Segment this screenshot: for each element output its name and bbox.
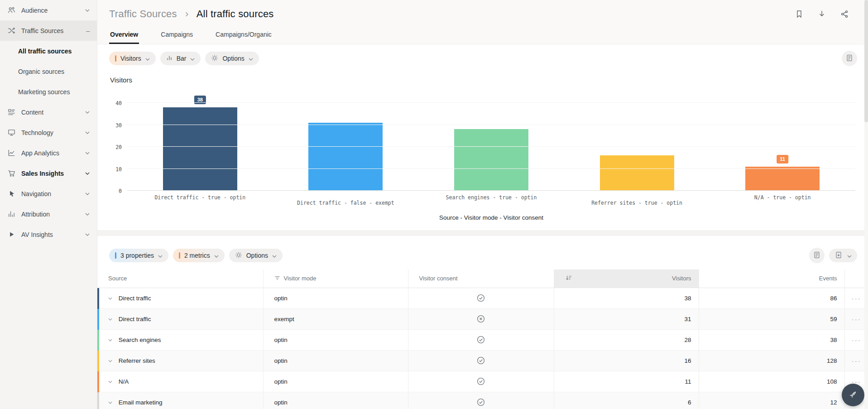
chart-title: Visitors xyxy=(110,76,855,84)
events-cell: 108 xyxy=(699,371,844,392)
table-row-search-engines-optin[interactable]: Search engines optin 28 38 ··· xyxy=(97,329,868,350)
sidebar-item-technology[interactable]: Technology xyxy=(0,122,97,143)
download-button[interactable] xyxy=(816,9,827,20)
column-header-visitors[interactable]: Visitors xyxy=(554,269,699,288)
chevron-down-icon xyxy=(85,131,90,134)
expand-row-chevron-icon[interactable] xyxy=(108,297,112,300)
events-cell: 59 xyxy=(699,308,844,329)
chart-section: Visitors 010203040 38 11 Direct traffic … xyxy=(97,66,868,221)
vertical-scrollbar[interactable] xyxy=(864,0,868,409)
table-export-button[interactable] xyxy=(829,249,857,262)
sidebar-item-organic-sources[interactable]: Organic sources xyxy=(0,61,97,82)
column-header-events[interactable]: Events xyxy=(699,269,844,288)
section-divider xyxy=(97,230,868,236)
table-row-referrer-sites-optin[interactable]: Referrer sites optin 16 128 ··· xyxy=(97,350,868,371)
visitor-mode-cell: optin xyxy=(263,350,408,371)
events-cell: 86 xyxy=(699,288,844,308)
y-tick-label: 40 xyxy=(115,100,122,106)
table-row-email-marketing-optin[interactable]: Email marketing optin 6 12 ··· xyxy=(97,392,868,409)
chevron-down-icon xyxy=(214,252,219,259)
sidebar-item-traffic-sources[interactable]: Traffic Sources – xyxy=(0,20,97,41)
table-controls: 3 properties 2 metrics Options xyxy=(97,241,868,263)
x-axis-label: Search engines - true - optin xyxy=(418,194,564,201)
chevron-down-icon xyxy=(85,152,90,154)
sidebar-item-marketing-sources[interactable]: Marketing sources xyxy=(0,82,97,102)
sidebar-item-attribution[interactable]: Attribution xyxy=(0,204,97,224)
table-options-button[interactable]: Options xyxy=(229,249,283,262)
expand-row-chevron-icon[interactable] xyxy=(108,380,112,383)
sidebar-item-navigation[interactable]: Navigation xyxy=(0,183,97,204)
table-section: 3 properties 2 metrics Options xyxy=(97,236,868,409)
scrollbar-thumb[interactable] xyxy=(864,0,868,122)
table-report-button[interactable] xyxy=(809,248,825,263)
visitor-mode-cell: optin xyxy=(263,371,408,392)
sidebar: Audience Traffic Sources – All traffic s… xyxy=(0,0,97,409)
chart-bar-search-engines-true-optin[interactable] xyxy=(454,129,528,191)
properties-label: 3 properties xyxy=(120,252,154,259)
visitors-cell: 16 xyxy=(554,350,699,371)
assistant-rocket-button[interactable] xyxy=(842,384,864,406)
source-cell: Email marketing xyxy=(119,399,163,406)
filter-icon xyxy=(274,275,280,282)
sidebar-item-audience[interactable]: Audience xyxy=(0,0,97,20)
chart-bar-direct-traffic-false-exempt[interactable] xyxy=(308,123,383,191)
table-row-direct-traffic-optin[interactable]: Direct traffic optin 38 86 ··· xyxy=(97,288,868,308)
metric-select[interactable]: Visitors xyxy=(109,52,156,65)
bar-chart-type-icon xyxy=(166,55,173,63)
tab-campaigns-organic[interactable]: Campaigns/Organic xyxy=(215,31,273,44)
rocket-icon xyxy=(848,390,858,401)
table-row-direct-traffic-exempt[interactable]: Direct traffic exempt 31 59 ··· xyxy=(97,308,868,329)
y-tick-label: 20 xyxy=(115,144,122,150)
chart-options-button[interactable]: Options xyxy=(205,52,259,65)
chevron-down-icon xyxy=(85,111,90,114)
sidebar-item-sales-insights[interactable]: Sales Insights xyxy=(0,163,97,183)
report-icon xyxy=(845,54,854,63)
source-cell: Referrer sites xyxy=(119,357,155,364)
share-icon xyxy=(840,10,849,20)
expand-row-chevron-icon[interactable] xyxy=(108,318,112,321)
visitors-cell: 28 xyxy=(554,329,699,350)
chevron-down-icon xyxy=(85,213,90,216)
column-header-visitor-consent[interactable]: Visitor consent xyxy=(408,269,554,288)
x-axis-label: Direct traffic - true - optin xyxy=(127,194,273,201)
breadcrumb-parent[interactable]: Traffic Sources xyxy=(109,8,177,19)
expand-row-chevron-icon[interactable] xyxy=(108,401,112,404)
tab-campaigns[interactable]: Campaigns xyxy=(160,31,194,44)
page-header: Traffic Sources › All traffic sources Ov… xyxy=(97,0,868,44)
traffic-icon xyxy=(7,26,16,35)
download-file-icon xyxy=(834,251,843,260)
y-tick-label: 0 xyxy=(119,188,122,194)
chart-controls: Visitors Bar Options xyxy=(97,44,868,66)
sidebar-item-av-insights[interactable]: AV Insights xyxy=(0,224,97,245)
sidebar-item-all-traffic-sources[interactable]: All traffic sources xyxy=(0,41,97,61)
metric-select-label: Visitors xyxy=(120,55,141,62)
events-cell: 12 xyxy=(699,392,844,409)
bookmark-button[interactable] xyxy=(794,9,805,20)
expand-row-chevron-icon[interactable] xyxy=(108,339,112,342)
sidebar-item-content[interactable]: Content xyxy=(0,102,97,122)
chart-report-button[interactable] xyxy=(842,51,857,66)
column-header-source[interactable]: Source xyxy=(97,269,263,288)
visitor-mode-cell: optin xyxy=(263,329,408,350)
gridline xyxy=(127,125,855,125)
sidebar-item-app-analytics[interactable]: App Analytics xyxy=(0,143,97,163)
expand-row-chevron-icon[interactable] xyxy=(108,360,112,362)
chart-type-select[interactable]: Bar xyxy=(160,52,201,65)
chart-bar-direct-traffic-true-optin[interactable]: 38 xyxy=(163,107,237,191)
properties-select[interactable]: 3 properties xyxy=(109,249,168,262)
gridline xyxy=(127,102,855,103)
x-axis-label: N/A - true - optin xyxy=(710,194,855,201)
table-row-n-a-optin[interactable]: N/A optin 11 108 ··· xyxy=(97,371,868,392)
source-cell: Direct traffic xyxy=(119,295,151,302)
share-button[interactable] xyxy=(839,9,850,20)
chart-bar-n-a-true-optin[interactable]: 11 xyxy=(745,167,820,191)
gridline xyxy=(127,168,855,169)
chart-bar-referrer-sites-true-optin[interactable] xyxy=(600,155,674,191)
tab-overview[interactable]: Overview xyxy=(109,31,139,44)
cursor-icon xyxy=(7,189,16,198)
breadcrumb-separator-icon: › xyxy=(185,8,189,19)
metrics-select[interactable]: 2 metrics xyxy=(173,249,225,262)
column-header-visitor-mode[interactable]: Visitor mode xyxy=(263,269,408,288)
row-color-strip xyxy=(97,351,99,371)
bookmark-icon xyxy=(795,10,804,20)
